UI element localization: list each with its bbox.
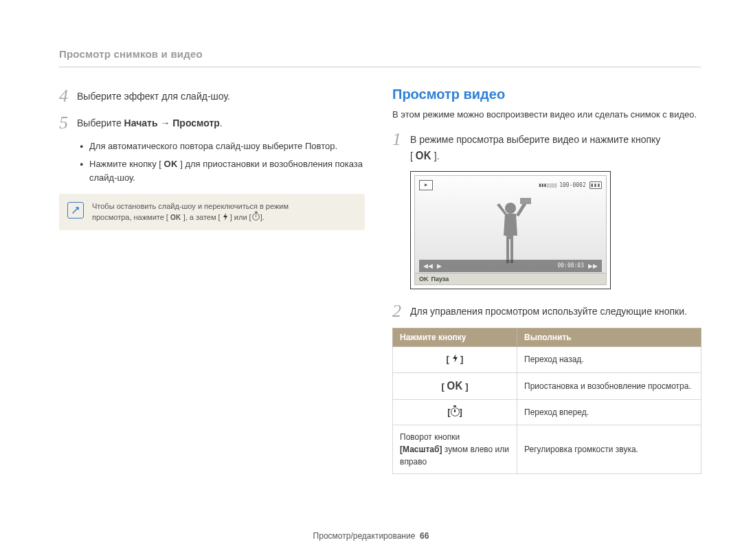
ok-icon: OK	[164, 157, 177, 172]
ok-icon: OK	[170, 212, 181, 223]
step-number: 5	[59, 113, 77, 133]
play-icon: ▶	[437, 262, 442, 269]
table-row: [ ] Переход назад.	[393, 347, 701, 373]
video-preview: ▶ ▮▮▮▯▯▯▯ 100-0002 ▮▮▮	[410, 171, 611, 289]
ok-icon: OK	[419, 276, 429, 282]
flash-icon	[223, 213, 228, 221]
step-number: 1	[392, 130, 410, 150]
step-1: 1 В режиме просмотра выберите видео и на…	[392, 130, 701, 164]
timer-icon	[451, 407, 460, 416]
flash-icon	[452, 353, 458, 367]
right-column: Просмотр видео В этом режиме можно воспр…	[392, 87, 701, 474]
rewind-icon: ◀◀	[423, 262, 433, 269]
action-cell: Переход назад.	[517, 347, 701, 373]
action-cell: Регулировка громкости звука.	[517, 425, 701, 473]
intro-text: В этом режиме можно воспроизвести видео …	[392, 108, 701, 122]
svg-point-0	[505, 203, 516, 214]
step-text: Выберите Начать → Просмотр.	[77, 113, 365, 131]
left-column: 4 Выберите эффект для слайд-шоу. 5 Выбер…	[59, 87, 365, 474]
table-row: [] Переход вперед.	[393, 400, 701, 425]
step-2: 2 Для управления просмотром используйте …	[392, 302, 701, 322]
video-status-bar: OK Пауза	[415, 273, 606, 284]
step-number: 2	[392, 302, 410, 322]
play-badge-icon: ▶	[419, 180, 433, 190]
status-label: Пауза	[431, 276, 449, 282]
timer-icon	[252, 213, 259, 220]
ok-icon: OK	[447, 378, 462, 394]
heading: Просмотр видео	[392, 87, 701, 102]
forward-icon: ▶▶	[588, 262, 598, 269]
th-button: Нажмите кнопку	[393, 328, 517, 347]
action-cell: Переход вперед.	[517, 400, 701, 425]
action-cell: Приостановка и возобновление просмотра.	[517, 372, 701, 400]
button-cell: [ ]	[393, 347, 517, 373]
controls-table: Нажмите кнопку Выполнить [ ] Переход наз…	[392, 328, 701, 474]
note-box: Чтобы остановить слайд-шоу и переключить…	[59, 194, 365, 230]
th-action: Выполнить	[517, 328, 701, 347]
step-4: 4 Выберите эффект для слайд-шоу.	[59, 87, 365, 107]
button-cell: Поворот кнопки [Масштаб] зумом влево или…	[393, 425, 517, 473]
bullet-list: Для автоматического повтора слайд-шоу вы…	[59, 139, 365, 185]
note-text: Чтобы остановить слайд-шоу и переключить…	[92, 201, 289, 223]
table-row: [ OK ] Приостановка и возобновление прос…	[393, 372, 701, 400]
step-number: 4	[59, 87, 77, 107]
info-icon	[67, 202, 84, 219]
step-text: Выберите эффект для слайд-шоу.	[77, 87, 365, 104]
step-text: В режиме просмотра выберите видео и нажм…	[410, 130, 701, 164]
button-cell: []	[393, 400, 517, 425]
video-controls-bar: ◀◀ ▶ 00:00:03 ▶▶	[419, 260, 602, 272]
ok-icon: OK	[416, 147, 431, 164]
silhouette-icon	[490, 198, 531, 267]
step-5: 5 Выберите Начать → Просмотр.	[59, 113, 365, 133]
svg-rect-1	[520, 198, 531, 204]
list-item: Нажмите кнопку [ OK ] для приостановки и…	[80, 157, 365, 185]
file-id-label: ▮▮▮▯▯▯▯ 100-0002 ▮▮▮	[539, 182, 602, 188]
page-footer: Просмотр/редактирование 66	[0, 531, 742, 541]
table-row: Поворот кнопки [Масштаб] зумом влево или…	[393, 425, 701, 473]
list-item: Для автоматического повтора слайд-шоу вы…	[80, 139, 365, 153]
time-label: 00:00:03	[557, 262, 584, 269]
step-text: Для управления просмотром используйте сл…	[410, 302, 701, 320]
section-title: Просмотр снимков и видео	[59, 48, 701, 67]
button-cell: [ OK ]	[393, 372, 517, 400]
